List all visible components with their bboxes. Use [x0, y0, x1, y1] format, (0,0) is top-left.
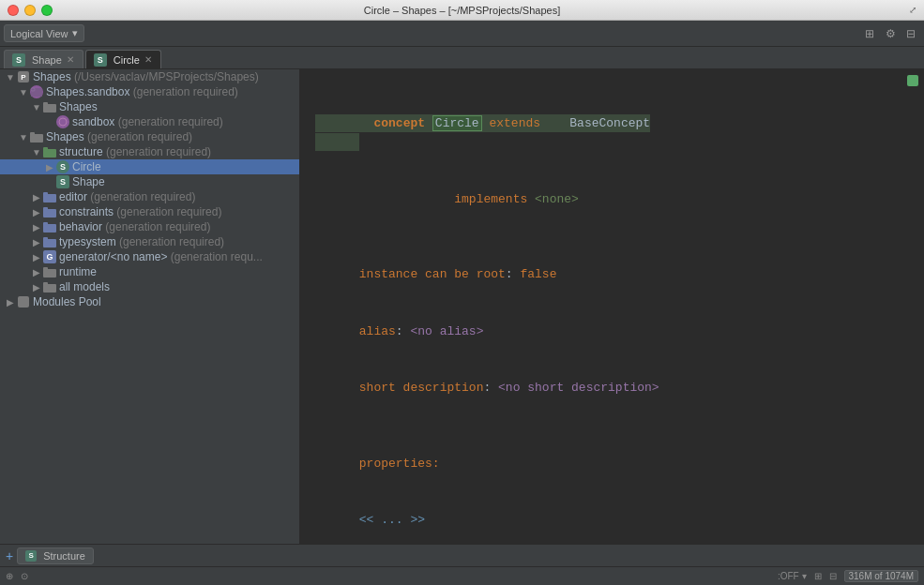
tab-circle-close[interactable]: ✕	[144, 54, 153, 65]
window-controls[interactable]	[8, 5, 53, 16]
modules-pool-label: Modules Pool	[33, 295, 101, 308]
constraints-folder-svg	[43, 207, 56, 218]
sidebar-item-shapes-folder[interactable]: ▼ Shapes	[0, 99, 299, 114]
maximize-button[interactable]	[41, 5, 53, 16]
structure-icon	[43, 147, 56, 158]
svg-rect-22	[43, 282, 48, 286]
structure-tab-label: Structure	[43, 550, 85, 562]
circle-s-icon: S	[56, 160, 69, 173]
arrow-typesystem: ▶	[30, 237, 43, 248]
window-title: Circle – Shapes – [~/MPSProjects/Shapes]	[364, 5, 560, 16]
title-bar: Circle – Shapes – [~/MPSProjects/Shapes]…	[0, 0, 924, 21]
sidebar-item-modules-pool[interactable]: ▶ Modules Pool	[0, 294, 299, 309]
shapes-folder-icon	[43, 102, 56, 112]
minimize-button[interactable]	[24, 5, 36, 16]
expand-icon[interactable]: ⊞	[860, 24, 879, 43]
sidebar-item-shape[interactable]: S Shape	[0, 174, 299, 189]
svg-rect-3	[31, 88, 35, 91]
allmodels-icon	[43, 282, 56, 292]
properties-keyword: properties:	[359, 457, 440, 471]
sidebar-item-shapes-sandbox[interactable]: ▼ Shapes.sandbox (generation required)	[0, 84, 299, 99]
status-dropdown-text: :OFF	[778, 571, 799, 581]
tab-shape-label: Shape	[32, 54, 62, 66]
shapes-sandbox-label: Shapes.sandbox (generation required)	[46, 85, 238, 98]
sidebar-item-generator[interactable]: ▶ G generator/<no name> (generation requ…	[0, 249, 299, 264]
status-icon-4: ⊟	[829, 571, 837, 581]
svg-point-6	[59, 118, 67, 126]
bottom-bar: + S Structure	[0, 544, 924, 566]
arrow-structure: ▼	[30, 147, 43, 158]
shape-s-icon: S	[56, 175, 69, 188]
sidebar-item-circle[interactable]: ▶ S Circle	[0, 159, 299, 174]
folder2-icon-svg	[30, 132, 43, 142]
concept-name[interactable]: Circle	[432, 115, 482, 131]
sidebar-item-behavior[interactable]: ▶ behavior (generation required)	[0, 219, 299, 234]
concept-keyword: concept	[373, 116, 432, 130]
editor-line-1: concept Circle extends BaseConcept	[315, 77, 909, 172]
close-button[interactable]	[8, 5, 19, 16]
shape-label: Shape	[72, 175, 105, 188]
behavior-folder-svg	[43, 222, 56, 232]
sidebar-item-constraints[interactable]: ▶ constraints (generation required)	[0, 204, 299, 219]
sidebar-item-typesystem[interactable]: ▶ typesystem (generation required)	[0, 234, 299, 249]
short-keyword: short description	[359, 381, 484, 395]
generator-label: generator/<no name> (generation requ...	[59, 250, 263, 263]
sandbox-s-svg	[58, 117, 68, 127]
shapes-root-label: Shapes (/Users/vaclav/MPSProjects/Shapes…	[33, 70, 259, 83]
shapes-folder-label: Shapes	[59, 100, 98, 113]
arrow-allmodels: ▶	[30, 282, 43, 292]
arrow-runtime: ▶	[30, 267, 43, 278]
editor-line-blank1	[315, 228, 909, 247]
alias-keyword: alias	[359, 324, 396, 338]
main-area: ▼ P Shapes (/Users/vaclav/MPSProjects/Sh…	[0, 69, 924, 544]
sidebar-item-sandbox[interactable]: sandbox (generation required)	[0, 114, 299, 129]
shapes-root-icon: P	[17, 70, 30, 83]
struct-folder-svg	[43, 147, 56, 158]
allmodels-folder-svg	[43, 282, 56, 292]
sidebar-item-shapes-root[interactable]: ▼ P Shapes (/Users/vaclav/MPSProjects/Sh…	[0, 69, 299, 84]
extends-class: BaseConcept	[569, 116, 650, 130]
view-selector[interactable]: Logical View ▾	[4, 24, 84, 42]
sandbox-icon-svg	[30, 85, 43, 98]
sandbox-label: sandbox (generation required)	[72, 115, 223, 128]
sidebar-item-runtime[interactable]: ▶ runtime	[0, 264, 299, 279]
behavior-icon	[43, 222, 56, 232]
editor-label: editor (generation required)	[59, 190, 195, 203]
collapse-icon[interactable]: ⊟	[901, 24, 920, 43]
sidebar-item-shapes-gen[interactable]: ▼ Shapes (generation required)	[0, 129, 299, 144]
gear-icon[interactable]: ⚙	[881, 24, 900, 43]
arrow-generator: ▶	[30, 252, 43, 262]
sidebar-item-editor[interactable]: ▶ editor (generation required)	[0, 189, 299, 204]
typesystem-folder-svg	[43, 237, 56, 248]
tab-circle[interactable]: S Circle ✕	[85, 50, 161, 68]
structure-tab[interactable]: S Structure	[17, 548, 94, 564]
sidebar-item-structure[interactable]: ▼ structure (generation required)	[0, 144, 299, 159]
structure-tab-icon: S	[25, 550, 37, 562]
status-dropdown-arrow: ▾	[802, 571, 807, 581]
editor-line-blank2	[315, 417, 909, 436]
behavior-label: behavior (generation required)	[59, 220, 210, 233]
chevron-down-icon: ▾	[72, 27, 78, 39]
arrow-editor: ▶	[30, 192, 43, 202]
resize-icon[interactable]: ⤢	[909, 5, 916, 15]
structure-label: structure (generation required)	[59, 145, 211, 158]
sidebar-item-allmodels[interactable]: ▶ all models	[0, 279, 299, 294]
sandbox-folder-icon	[30, 85, 43, 98]
add-bottom-icon[interactable]: +	[6, 548, 13, 563]
tab-shape-close[interactable]: ✕	[66, 54, 75, 65]
arrow-circle: ▶	[43, 162, 56, 172]
editor-pane[interactable]: concept Circle extends BaseConcept imple…	[300, 69, 924, 544]
tab-shape[interactable]: S Shape ✕	[4, 50, 83, 68]
arrow-modules-pool: ▶	[4, 297, 17, 308]
status-dropdown[interactable]: :OFF ▾	[778, 571, 807, 581]
arrow-shapes-sandbox: ▼	[17, 87, 30, 98]
typesystem-label: typesystem (generation required)	[59, 235, 224, 248]
editor-line-properties: properties:	[315, 436, 909, 492]
status-bar: ⊕ ⊙ :OFF ▾ ⊞ ⊟ 316M of 1074M	[0, 566, 924, 585]
extends-keyword: extends	[489, 116, 540, 130]
constraints-icon	[43, 207, 56, 218]
green-status-dot	[907, 75, 918, 86]
sidebar[interactable]: ▼ P Shapes (/Users/vaclav/MPSProjects/Sh…	[0, 69, 300, 544]
shapes-gen-icon	[30, 132, 43, 142]
properties-ellipsis[interactable]: << ... >>	[359, 513, 425, 527]
